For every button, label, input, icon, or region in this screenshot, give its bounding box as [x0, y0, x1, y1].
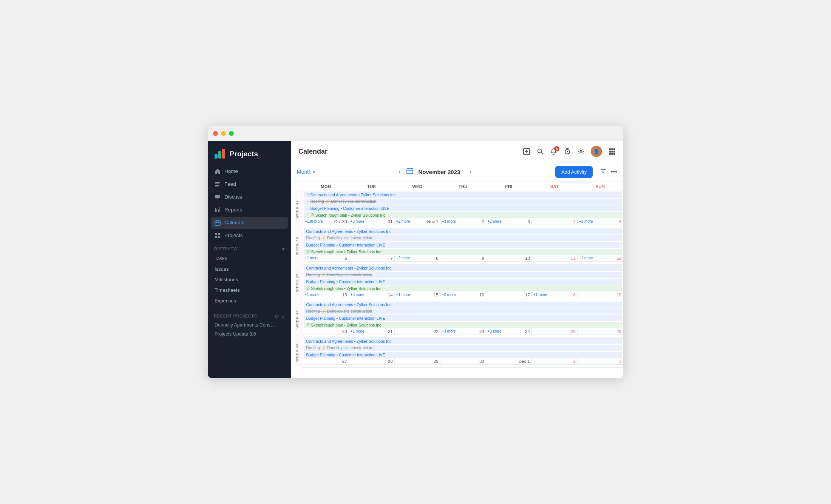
spanning-event-cell[interactable]: Contracts and Agreements • Zylker Soluti… — [303, 264, 623, 271]
day-cell[interactable]: +3 more2 — [440, 219, 486, 225]
more-link[interactable]: +1 more — [396, 293, 410, 297]
filter-icon[interactable] — [600, 168, 606, 176]
spanning-event-cell[interactable]: Contracts and Agreements • Zylker Soluti… — [303, 338, 623, 345]
grid-icon[interactable] — [608, 148, 616, 155]
day-cell[interactable]: 25 — [531, 328, 577, 335]
spanning-event-cell[interactable]: Roofing ⚡ Donelley site construction — [303, 235, 623, 242]
chevron-down-icon[interactable]: ▾ — [282, 246, 285, 252]
spanning-event-cell[interactable]: Budget Planning • Customer interaction L… — [303, 351, 623, 358]
search-header-icon[interactable] — [536, 148, 544, 155]
spanning-event-cell[interactable]: Budget Planning • Customer interaction L… — [303, 278, 623, 285]
more-link[interactable]: +1 more — [579, 256, 593, 260]
day-cell[interactable]: +138 moreOct 30 — [303, 219, 349, 225]
day-cell[interactable]: 9 — [440, 255, 486, 262]
day-cell[interactable]: +3 more31 — [349, 219, 394, 225]
day-cell[interactable]: 7 — [349, 255, 394, 262]
more-link[interactable]: +1 more — [305, 256, 319, 260]
sidebar-item-timesheets[interactable]: Timesheets — [211, 285, 288, 295]
spanning-event-cell[interactable]: Roofing ⚡ Donelley site construction — [303, 345, 623, 351]
day-cell[interactable]: +2 more16 — [440, 292, 486, 298]
filter-icon[interactable]: ⚙ — [275, 313, 280, 319]
next-month-button[interactable]: › — [465, 166, 476, 177]
spanning-event-cell[interactable]: ⠿Roofing ⚡ Donelley site construction — [303, 198, 623, 205]
day-cell[interactable]: 22 — [394, 328, 440, 335]
spanning-event-cell[interactable]: ⠿☑Sketch rough plan • Zylker Solutions I… — [303, 212, 623, 219]
more-link[interactable]: +2 more — [579, 219, 593, 223]
minimize-button[interactable] — [221, 131, 226, 136]
day-cell[interactable]: +1 more18 — [531, 292, 577, 298]
day-cell[interactable]: +2 moreNov 1 — [394, 219, 440, 225]
day-cell[interactable]: +2 more8 — [394, 255, 440, 262]
spanning-event-cell[interactable]: Budget Planning • Customer interaction L… — [303, 242, 623, 248]
more-link[interactable]: +1 more — [351, 329, 365, 333]
view-selector[interactable]: Month ▾ — [297, 169, 315, 175]
sidebar-item-discuss[interactable]: Discuss — [211, 191, 288, 203]
sidebar-item-projects[interactable]: Projects — [211, 230, 288, 242]
more-link[interactable]: +2 more — [442, 293, 456, 297]
more-link[interactable]: +2 more — [396, 256, 410, 260]
more-link[interactable]: +1 more — [305, 293, 319, 297]
maximize-button[interactable] — [229, 131, 234, 136]
spanning-event-cell[interactable]: ☑Sketch rough plan • Zylker Solutions In… — [303, 248, 623, 255]
day-cell[interactable]: +3 more24 — [486, 328, 531, 335]
add-icon[interactable] — [523, 148, 530, 155]
day-cell[interactable]: 26 — [577, 328, 623, 335]
more-link[interactable]: +2 more — [396, 219, 410, 223]
sidebar-item-home[interactable]: Home — [211, 165, 288, 177]
more-link[interactable]: +138 more — [305, 219, 323, 223]
day-cell[interactable]: 30 — [440, 358, 486, 365]
spanning-event-cell[interactable]: ☑Sketch rough plan • Zylker Solutions In… — [303, 285, 623, 292]
spanning-event-cell[interactable]: Roofing ⚡ Donelley site construction — [303, 308, 623, 315]
day-cell[interactable]: +2 more5 — [577, 219, 623, 225]
day-cell[interactable]: 3 — [577, 358, 623, 365]
more-link[interactable]: +3 more — [488, 329, 502, 333]
sidebar-item-milestones[interactable]: Milestones — [211, 274, 288, 285]
day-cell[interactable]: +1 more13 — [303, 292, 349, 298]
calendar-icon[interactable] — [406, 168, 413, 176]
day-cell[interactable]: +3 more14 — [349, 292, 394, 298]
prev-month-button[interactable]: ‹ — [394, 166, 405, 177]
sidebar-item-expenses[interactable]: Expenses — [211, 296, 288, 306]
avatar[interactable]: 👤 — [591, 146, 602, 157]
recent-project-donnelly[interactable]: Donnelly Apartments Cons… — [211, 321, 288, 330]
day-cell[interactable]: +1 more15 — [394, 292, 440, 298]
notification-icon[interactable]: 5 — [550, 148, 558, 155]
more-link[interactable]: +3 more — [442, 329, 456, 333]
day-cell[interactable]: +3 more23 — [440, 328, 486, 335]
settings-icon[interactable] — [577, 148, 585, 155]
day-cell[interactable]: 28 — [349, 358, 394, 365]
add-activity-button[interactable]: Add Activity — [555, 166, 593, 178]
more-link[interactable]: +3 more — [351, 293, 365, 297]
more-link[interactable]: +3 more — [442, 219, 456, 223]
spanning-event-cell[interactable]: Budget Planning • Customer interaction L… — [303, 315, 623, 322]
spanning-event-cell[interactable]: Contracts and Agreements • Zylker Soluti… — [303, 228, 623, 235]
sidebar-item-issues[interactable]: Issues — [211, 264, 288, 274]
sidebar-item-tasks[interactable]: Tasks — [211, 253, 288, 264]
day-cell[interactable]: 19 — [577, 292, 623, 298]
day-cell[interactable]: Dec 1 — [486, 358, 531, 365]
close-button[interactable] — [213, 131, 218, 136]
day-cell[interactable]: 17 — [486, 292, 531, 298]
day-cell[interactable]: +1 more6 — [303, 255, 349, 262]
more-options-icon[interactable]: ••• — [611, 168, 617, 175]
day-cell[interactable]: 11 — [531, 255, 577, 262]
search-icon[interactable]: ⌕ — [282, 313, 285, 319]
day-cell[interactable]: 10 — [486, 255, 531, 262]
spanning-event-cell[interactable]: Contracts and Agreements • Zylker Soluti… — [303, 301, 623, 308]
day-cell[interactable]: +1 more21 — [349, 328, 394, 335]
spanning-event-cell[interactable]: ⠿Budget Planning • Customer interaction … — [303, 205, 623, 212]
sidebar-item-calendar[interactable]: Calendar — [211, 217, 288, 229]
day-cell[interactable]: 4 — [531, 219, 577, 225]
sidebar-item-reports[interactable]: Reports — [211, 204, 288, 216]
day-cell[interactable]: 20 — [303, 328, 349, 335]
day-cell[interactable]: 27 — [303, 358, 349, 365]
spanning-event-cell[interactable]: Roofing ⚡ Donelley site construction — [303, 271, 623, 278]
day-cell[interactable]: 2 — [531, 358, 577, 365]
more-link[interactable]: +1 more — [533, 293, 547, 297]
timer-icon[interactable] — [564, 148, 571, 155]
day-cell[interactable]: 29 — [394, 358, 440, 365]
more-link[interactable]: +3 more — [351, 219, 365, 223]
day-cell[interactable]: +2 more3 — [486, 219, 531, 225]
spanning-event-cell[interactable]: ☑Sketch rough plan • Zylker Solutions In… — [303, 322, 623, 328]
day-cell[interactable]: +1 more12 — [577, 255, 623, 262]
